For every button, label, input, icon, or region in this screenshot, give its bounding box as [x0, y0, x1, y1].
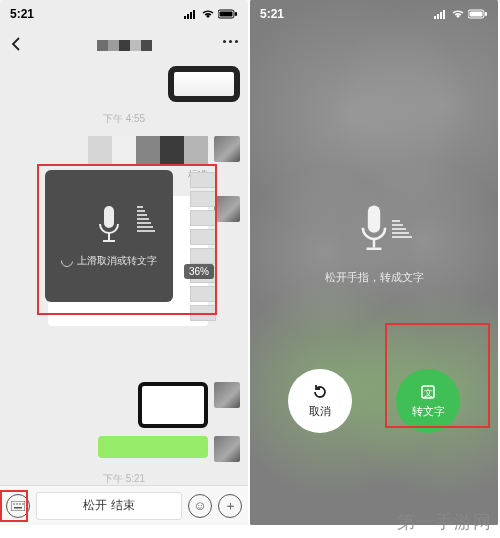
chat-navbar: [0, 28, 248, 62]
status-bar: 5:21: [250, 0, 498, 28]
svg-rect-19: [443, 10, 445, 19]
undo-icon: [311, 383, 329, 401]
svg-point-12: [16, 503, 18, 505]
svg-rect-6: [235, 12, 237, 16]
signal-icon: [184, 9, 198, 19]
svg-rect-16: [434, 16, 436, 19]
wifi-icon: [451, 9, 465, 19]
back-icon[interactable]: [8, 36, 24, 52]
avatar[interactable]: [214, 196, 240, 222]
svg-rect-23: [368, 205, 380, 232]
hold-to-talk-button[interactable]: 松开 结束: [36, 492, 182, 520]
svg-rect-17: [437, 14, 439, 19]
voice-convert-center: 松开手指，转成文字: [250, 206, 498, 285]
svg-point-13: [19, 503, 21, 505]
status-right-cluster: [184, 9, 238, 19]
voice-action-row: 取消 文 转文字: [250, 369, 498, 433]
svg-rect-0: [184, 16, 186, 19]
wifi-icon: [201, 9, 215, 19]
image-message[interactable]: [168, 66, 240, 102]
svg-rect-22: [485, 12, 487, 16]
voice-overlay-hint-row: 上滑取消或转文字: [61, 254, 157, 268]
svg-rect-21: [470, 12, 483, 17]
status-clock: 5:21: [10, 7, 34, 21]
svg-rect-5: [220, 12, 233, 17]
convert-to-text-button[interactable]: 文 转文字: [396, 369, 460, 433]
microphone-icon: [351, 206, 397, 252]
svg-rect-15: [14, 507, 22, 509]
avatar[interactable]: [214, 382, 240, 408]
battery-icon: [218, 9, 238, 19]
battery-icon: [468, 9, 488, 19]
hold-to-talk-label: 松开 结束: [83, 497, 134, 514]
progress-badge: 36%: [184, 264, 214, 279]
phone-right-convert: 5:21: [250, 0, 498, 525]
undo-icon: [59, 253, 76, 270]
image-message[interactable]: [138, 382, 208, 428]
status-bar: 5:21: [0, 0, 248, 28]
phone-left-chat: 5:21 下午 4:55: [0, 0, 248, 525]
svg-rect-1: [187, 14, 189, 19]
signal-icon: [434, 9, 448, 19]
convert-label: 转文字: [412, 404, 445, 419]
voice-message-bubble[interactable]: [98, 436, 208, 458]
cancel-label: 取消: [309, 404, 331, 419]
timestamp: 下午 5:21: [0, 472, 248, 486]
side-thumbnails: [190, 172, 216, 321]
more-icon[interactable]: [223, 40, 238, 43]
avatar[interactable]: [214, 136, 240, 162]
voice-overlay-hint: 上滑取消或转文字: [77, 254, 157, 268]
attach-plus-icon[interactable]: ＋: [218, 494, 242, 518]
microphone-icon: [94, 204, 124, 246]
emoji-icon[interactable]: ☺: [188, 494, 212, 518]
voice-level-bars: [137, 206, 155, 232]
voice-record-overlay: 上滑取消或转文字: [45, 170, 173, 302]
voice-convert-hint: 松开手指，转成文字: [325, 270, 424, 285]
message-row: [0, 378, 248, 432]
svg-point-14: [22, 503, 24, 505]
chat-title-redacted: [97, 40, 152, 51]
status-clock: 5:21: [260, 7, 284, 21]
svg-text:文: 文: [424, 388, 433, 398]
avatar[interactable]: [214, 436, 240, 462]
cancel-button[interactable]: 取消: [288, 369, 352, 433]
keyboard-toggle-icon[interactable]: [6, 494, 30, 518]
svg-rect-10: [11, 501, 25, 511]
svg-rect-18: [440, 12, 442, 19]
svg-rect-7: [104, 206, 114, 228]
image-message[interactable]: [88, 136, 208, 166]
svg-point-11: [13, 503, 15, 505]
message-row: [0, 62, 248, 106]
svg-rect-3: [193, 10, 195, 19]
svg-rect-2: [190, 12, 192, 19]
watermark-text: 第一手游网: [397, 510, 492, 534]
status-right-cluster: [434, 9, 488, 19]
chat-input-bar: 松开 结束 ☺ ＋: [0, 485, 248, 525]
timestamp: 下午 4:55: [0, 112, 248, 126]
message-row: [0, 432, 248, 466]
text-convert-icon: 文: [419, 383, 437, 401]
